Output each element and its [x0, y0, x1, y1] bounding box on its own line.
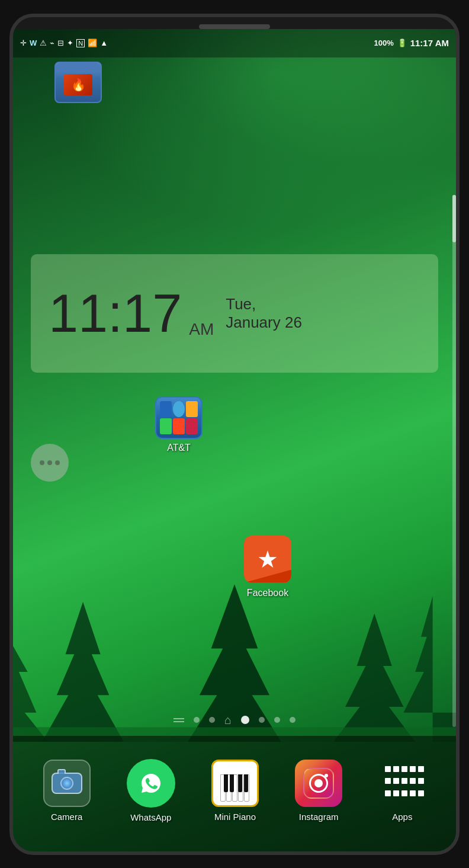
camera-notch	[57, 769, 66, 774]
clock-widget: 11:17 AM Tue, January 26	[31, 254, 438, 373]
page-indicators: ⌂	[13, 713, 456, 727]
folder-icon[interactable]: 🔥	[54, 62, 102, 103]
page-dot-4[interactable]	[241, 716, 249, 724]
piano-icon[interactable]	[211, 760, 259, 807]
clock-time: 11:17	[49, 287, 182, 340]
apps-grid-icon	[385, 766, 419, 800]
att-sub-icon-6	[186, 418, 198, 434]
clock-ampm: AM	[189, 320, 214, 339]
top-folder[interactable]: 🔥	[54, 62, 102, 103]
apps-label: Apps	[392, 812, 412, 822]
att-sub-icon-2	[173, 401, 185, 417]
att-sub-icon-1	[160, 401, 172, 417]
page-dot-1[interactable]	[194, 717, 200, 723]
wps-icon: W	[30, 39, 37, 47]
line2	[174, 721, 184, 722]
signal-icon: ▲	[100, 39, 108, 47]
dot2	[47, 460, 52, 465]
status-left-icons: ✛ W ⚠ ⌁ ⊟ ✦ N 📶 ▲	[20, 39, 108, 47]
speaker	[199, 24, 270, 29]
alert-icon: ⚠	[40, 39, 47, 47]
whatsapp-label: WhatsApp	[130, 812, 171, 822]
camera-icon[interactable]	[43, 760, 91, 807]
wifi-icon: 📶	[88, 39, 97, 47]
page-dot-6[interactable]	[274, 717, 280, 723]
mini-piano-dock-item[interactable]: Mini Piano	[211, 760, 259, 822]
instagram-icon[interactable]	[295, 760, 342, 807]
screen: ✛ W ⚠ ⌁ ⊟ ✦ N 📶 ▲ 100% 🔋 11:17 AM 🔥	[13, 29, 456, 851]
line1	[174, 718, 184, 719]
nfc-icon: N	[76, 39, 85, 47]
camera-dock-item[interactable]: Camera	[43, 760, 91, 822]
instagram-flash-dot	[325, 774, 328, 777]
instagram-label: Instagram	[299, 812, 339, 822]
dock: Camera WhatsApp	[13, 736, 456, 851]
page-dot-2[interactable]	[209, 717, 215, 723]
status-bar: ✛ W ⚠ ⌁ ⊟ ✦ N 📶 ▲ 100% 🔋 11:17 AM	[13, 29, 456, 57]
att-sub-icon-3	[186, 401, 198, 417]
camera-label: Camera	[51, 812, 82, 822]
facebook-star-icon: ★	[257, 546, 278, 573]
screen-icon: ⊟	[57, 39, 64, 47]
bluetooth-icon: ✦	[67, 39, 73, 47]
camera-lens	[60, 777, 73, 790]
clock-date-full: January 26	[226, 313, 302, 332]
whatsapp-dock-item[interactable]: WhatsApp	[127, 759, 175, 822]
dot1	[40, 460, 44, 465]
phone-frame: ✛ W ⚠ ⌁ ⊟ ✦ N 📶 ▲ 100% 🔋 11:17 AM 🔥	[9, 14, 460, 855]
add-icon: ✛	[20, 39, 27, 47]
status-right-icons: 100% 🔋 11:17 AM	[374, 38, 449, 48]
home-page-indicator[interactable]: ⌂	[224, 713, 232, 727]
usb-icon: ⌁	[50, 39, 54, 47]
att-sub-icon-5	[173, 418, 185, 434]
apps-dock-item[interactable]: Apps	[378, 760, 426, 822]
page-dot-5[interactable]	[259, 717, 265, 723]
dot3	[55, 460, 60, 465]
facebook-label: Facebook	[247, 588, 288, 598]
att-sub-icon-4	[160, 418, 172, 434]
dots-menu-button[interactable]	[31, 444, 69, 482]
camera-body	[52, 773, 82, 794]
folder-fire-image: 🔥	[64, 74, 92, 95]
instagram-icon-inner	[303, 768, 334, 799]
battery-icon: 🔋	[397, 39, 407, 47]
instagram-dock-item[interactable]: Instagram	[295, 760, 342, 822]
scrollbar-thumb[interactable]	[452, 195, 456, 242]
clock-day: Tue,	[226, 295, 302, 313]
att-label: AT&T	[167, 443, 191, 453]
facebook-app-icon[interactable]: ★ Facebook	[244, 536, 291, 598]
mini-piano-label: Mini Piano	[214, 812, 256, 822]
battery-percent: 100%	[374, 39, 393, 47]
page-dot-7[interactable]	[290, 717, 295, 723]
apps-icon[interactable]	[378, 760, 426, 807]
scrollbar[interactable]	[452, 195, 456, 727]
instagram-lens-center	[314, 779, 323, 787]
hamburger-indicator[interactable]	[174, 718, 184, 722]
att-folder-icon[interactable]	[155, 396, 203, 439]
clock-date: Tue, January 26	[226, 295, 302, 332]
whatsapp-icon[interactable]	[127, 759, 175, 808]
att-folder[interactable]: AT&T	[155, 396, 203, 453]
facebook-icon[interactable]: ★	[244, 536, 291, 583]
status-time: 11:17 AM	[410, 38, 449, 48]
